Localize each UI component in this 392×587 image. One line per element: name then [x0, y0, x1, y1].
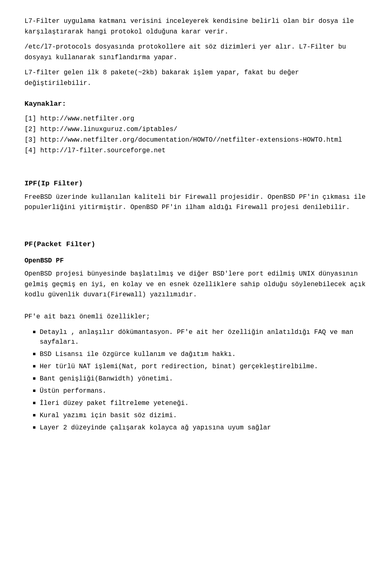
kaynaklar-section: Kaynaklar: [1] http://www.netfilter.org …: [24, 99, 368, 156]
ref-4: [4] http://l7-filter.sourceforge.net: [24, 146, 368, 156]
ipf-para1: FreeBSD üzerinde kullanılan kaliteli bir…: [24, 192, 368, 213]
ipf-section: IPF(Ip Filter) FreeBSD üzerinde kullanıl…: [24, 178, 368, 213]
openbsd-heading: OpenBSD PF: [24, 256, 368, 266]
pf-heading: PF(Packet Filter): [24, 239, 368, 250]
openbsd-para2: PF'e ait bazı önemli özellikler;: [24, 312, 368, 322]
openbsd-para1: OpenBSD projesi bünyesinde başlatılmış v…: [24, 269, 368, 300]
bullet-item-7: Kural yazımı için basit söz dizimi.: [33, 411, 368, 420]
intro-para3: L7-filter gelen ilk 8 pakete(~2kb) bakar…: [24, 68, 368, 89]
references-list: [1] http://www.netfilter.org [2] http://…: [24, 114, 368, 156]
ref-2: [2] http://www.linuxguruz.com/iptables/: [24, 125, 368, 134]
ref-3: [3] http://www.netfilter.org/documentati…: [24, 135, 368, 145]
intro-para2: /etc/l7-protocols dosyasında protokoller…: [24, 42, 368, 63]
kaynaklar-heading: Kaynaklar:: [24, 99, 368, 109]
pf-section: PF(Packet Filter): [24, 239, 368, 250]
bullet-item-1: Detaylı , anlaşılır dökümantasyon. PF'e …: [33, 327, 368, 347]
ipf-heading: IPF(Ip Filter): [24, 178, 368, 189]
bullet-item-8: Layer 2 düzeyinde çalışarak kolayca ağ y…: [33, 423, 368, 433]
bullet-item-3: Her türlü NAT işlemi(Nat, port redirecti…: [33, 362, 368, 371]
bullet-item-2: BSD Lisansı ile özgürce kullanım ve dağı…: [33, 349, 368, 359]
openbsd-section: OpenBSD PF OpenBSD projesi bünyesinde ba…: [24, 256, 368, 432]
ref-1: [1] http://www.netfilter.org: [24, 114, 368, 124]
bullet-item-6: İleri düzey paket filtreleme yeteneği.: [33, 398, 368, 408]
intro-para1: L7-Filter uygulama katmanı verisini ince…: [24, 16, 368, 37]
bullet-item-5: Üstün performans.: [33, 386, 368, 396]
intro-section: L7-Filter uygulama katmanı verisini ince…: [24, 16, 368, 89]
bullet-item-4: Bant genişliği(Banwidth) yönetimi.: [33, 374, 368, 384]
openbsd-bullets: Detaylı , anlaşılır dökümantasyon. PF'e …: [24, 327, 368, 433]
